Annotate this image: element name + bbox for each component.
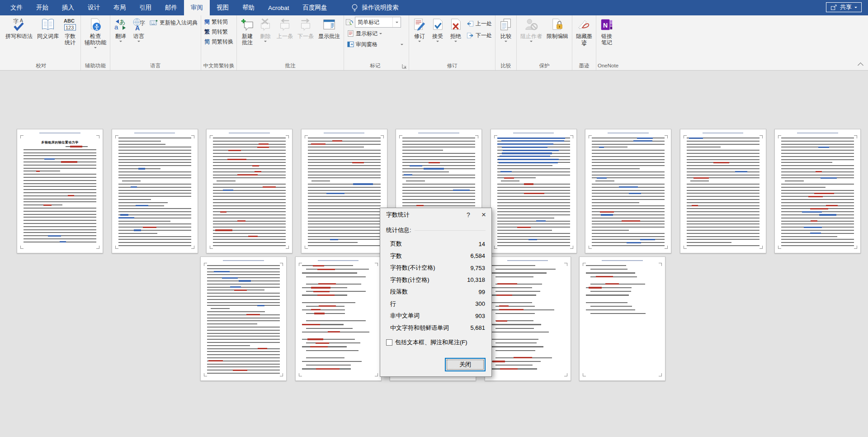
crop-mark xyxy=(96,246,99,249)
text-line xyxy=(406,180,425,181)
text-line xyxy=(207,333,280,334)
track-changes-button[interactable]: 修订 xyxy=(410,16,429,59)
tab-acrobat[interactable]: Acrobat xyxy=(261,0,296,15)
tab-insert[interactable]: 插入 xyxy=(55,0,81,15)
show-markup-icon xyxy=(347,30,354,37)
text-line xyxy=(213,214,286,215)
close-icon[interactable]: × xyxy=(476,208,491,222)
page-thumbnail-10[interactable] xyxy=(200,256,287,381)
show-comments-button[interactable]: 显示批注 xyxy=(316,16,342,59)
page-thumbnail-9[interactable] xyxy=(774,129,861,253)
convert-chinese-button[interactable]: 简 简繁转换 xyxy=(203,37,235,47)
compare-button[interactable]: 比较 xyxy=(497,16,515,59)
tracked-change-mark xyxy=(619,186,638,188)
tab-view[interactable]: 视图 xyxy=(210,0,236,15)
text-line xyxy=(213,150,286,151)
show-markup-button[interactable]: 显示标记 xyxy=(345,28,405,38)
next-change-button[interactable]: 下一处 xyxy=(465,30,494,40)
chevron-down-icon xyxy=(137,41,140,43)
page-thumbnail-11[interactable] xyxy=(295,256,382,381)
page-thumbnail-4[interactable] xyxy=(301,129,387,253)
tracked-change-mark xyxy=(599,147,604,148)
text-line xyxy=(213,223,286,224)
page-thumbnail-8[interactable] xyxy=(680,129,766,253)
crop-mark xyxy=(305,246,308,249)
text-line xyxy=(590,313,646,314)
page-thumbnail-14[interactable] xyxy=(579,256,665,381)
tab-references[interactable]: 引用 xyxy=(132,0,158,15)
text-line xyxy=(24,238,96,239)
combobox-dropdown-button[interactable] xyxy=(392,17,401,27)
help-icon[interactable]: ? xyxy=(461,208,476,222)
include-footnotes-row[interactable]: 包括文本框、脚注和尾注(F) xyxy=(380,335,491,347)
thesaurus-button[interactable]: 同义词库 xyxy=(35,16,61,59)
text-line xyxy=(687,171,760,172)
previous-change-button[interactable]: 上一处 xyxy=(465,19,494,28)
delete-comment-icon xyxy=(259,18,272,32)
reject-change-button[interactable]: 拒绝 xyxy=(447,16,465,59)
tab-home[interactable]: 开始 xyxy=(29,0,55,15)
text-line xyxy=(213,141,286,142)
previous-comment-button: 上一条 xyxy=(274,16,295,59)
page-thumbnail-2[interactable] xyxy=(112,129,198,253)
tab-file[interactable]: 文件 xyxy=(4,0,29,15)
text-line xyxy=(781,245,854,246)
text-line xyxy=(497,153,570,154)
accept-label: 接受 xyxy=(432,33,443,39)
traditional-to-simplified-button[interactable]: 簡 繁转简 xyxy=(203,17,235,27)
tab-baidu-netdisk[interactable]: 百度网盘 xyxy=(296,0,334,15)
update-ime-dictionary-button[interactable]: 更新输入法词典 xyxy=(148,18,199,28)
new-comment-button[interactable]: 新建 批注 xyxy=(238,16,256,59)
text-line xyxy=(402,165,475,166)
text-line xyxy=(687,153,760,154)
tracked-change-mark xyxy=(237,220,245,222)
collapse-ribbon-icon[interactable] xyxy=(858,62,863,68)
text-line xyxy=(306,328,353,329)
page-thumbnail-7[interactable] xyxy=(585,129,671,253)
page-thumbnail-3[interactable] xyxy=(206,129,292,253)
simplified-to-traditional-button[interactable]: 繁 简转繁 xyxy=(203,27,235,37)
hide-ink-button[interactable]: 隐藏墨 迹 xyxy=(574,16,594,59)
share-button[interactable]: 共享 xyxy=(826,2,862,12)
linked-notes-button[interactable]: N 链接 笔记 xyxy=(598,16,616,59)
page-body xyxy=(687,138,760,247)
text-line xyxy=(495,342,537,343)
tell-me-search[interactable]: 操作说明搜索 xyxy=(351,0,399,15)
display-for-review-combobox[interactable]: 简单标记 xyxy=(355,17,401,28)
tab-design[interactable]: 设计 xyxy=(81,0,107,15)
page-thumbnail-13[interactable] xyxy=(485,256,571,381)
tracked-change-mark xyxy=(501,140,564,142)
check-accessibility-button[interactable]: 检查 辅助功能 xyxy=(82,16,108,59)
previous-change-label: 上一处 xyxy=(476,20,492,28)
text-line xyxy=(302,368,351,369)
display-for-review-value: 简单标记 xyxy=(355,19,392,26)
tab-mailings[interactable]: 邮件 xyxy=(158,0,184,15)
text-line xyxy=(24,177,96,178)
language-button[interactable]: A字 语言 xyxy=(130,16,148,59)
text-line xyxy=(24,214,96,215)
dialog-titlebar[interactable]: 字数统计 ? × xyxy=(380,208,491,222)
tracked-change-mark xyxy=(61,161,77,162)
text-line xyxy=(687,199,760,200)
tab-help[interactable]: 帮助 xyxy=(236,0,261,15)
text-line xyxy=(781,242,854,243)
include-footnotes-checkbox[interactable] xyxy=(386,339,392,346)
page-thumbnail-6[interactable] xyxy=(491,129,577,253)
text-line xyxy=(118,159,191,160)
tab-review[interactable]: 审阅 xyxy=(184,0,210,15)
title-tab-bar: 文件开始插入设计布局引用邮件审阅视图帮助Acrobat百度网盘 操作说明搜索 共… xyxy=(0,0,868,15)
text-line xyxy=(687,196,760,197)
text-line xyxy=(495,365,532,366)
crop-mark xyxy=(583,373,586,376)
word-count-button[interactable]: ABC123 字数 统计 xyxy=(61,16,79,59)
close-button[interactable]: 关闭 xyxy=(445,358,486,371)
restrict-editing-button[interactable]: 限制编辑 xyxy=(544,16,571,59)
accept-change-button[interactable]: 接受 xyxy=(429,16,447,59)
page-thumbnail-1[interactable]: 多轴铣床的轴位置动力学 xyxy=(17,129,103,253)
crop-mark xyxy=(299,373,302,376)
tab-layout[interactable]: 布局 xyxy=(107,0,132,15)
reviewing-pane-button[interactable]: 审阅窗格 xyxy=(345,39,405,49)
spelling-grammar-button[interactable]: 字A 拼写和语法 xyxy=(3,16,35,59)
dialog-launcher-icon[interactable] xyxy=(401,63,407,69)
translate-button[interactable]: あa 翻译 xyxy=(112,16,130,59)
